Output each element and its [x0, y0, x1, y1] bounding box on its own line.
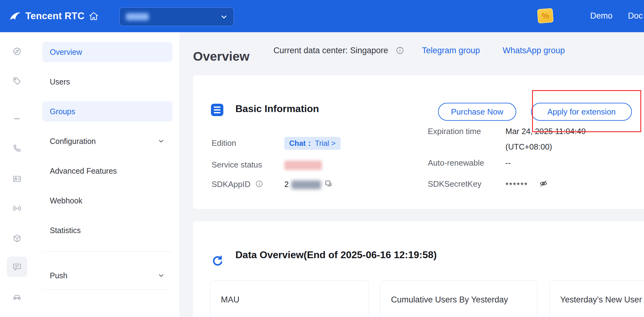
tag-icon[interactable]: [7, 71, 27, 91]
sidebar-item-label: Statistics: [50, 226, 81, 235]
sidebar-item-label: Groups: [50, 107, 75, 116]
edition-badge[interactable]: Chat： Trial >: [284, 137, 341, 150]
icon-rail: [0, 32, 35, 317]
cube-icon[interactable]: [7, 228, 27, 249]
tencent-rtc-console: Tencent RTC % Demo Doc: [0, 0, 644, 317]
stat-card-title: Cumulative Users By Yesterday: [391, 295, 508, 305]
brand-name: Tencent RTC: [25, 11, 84, 22]
basic-information-title: Basic Information: [235, 103, 319, 115]
sidebar-item-groups[interactable]: Groups: [42, 101, 172, 122]
sdksecretkey-label: SDKSecretKey: [428, 179, 481, 189]
sdkappid-label: SDKAppID: [212, 180, 251, 189]
auto-renewable-value: --: [505, 158, 511, 168]
sidebar-item-configuration[interactable]: Configuration: [42, 131, 172, 151]
tencent-rtc-logo-icon: [9, 11, 21, 21]
service-status-redacted-value: [284, 161, 322, 170]
sidebar-item-statistics[interactable]: Statistics: [42, 220, 172, 241]
sdkappid-redacted-value: [291, 180, 321, 189]
broadcast-icon[interactable]: [7, 198, 27, 219]
contact-card-icon[interactable]: [7, 169, 27, 189]
sidebar-item-webhook[interactable]: Webhook: [42, 190, 172, 211]
chevron-down-icon: [157, 137, 165, 145]
main-content: Overview Current data center: Singapore …: [179, 32, 644, 317]
edition-badge-plan-link: Trial >: [315, 139, 335, 148]
eye-off-icon[interactable]: [539, 179, 548, 188]
annotation-highlight-red-box: [532, 90, 641, 132]
demo-link[interactable]: Demo: [590, 11, 612, 21]
edition-badge-product: Chat：: [289, 138, 313, 148]
sidebar-item-label: Advanced Features: [50, 167, 117, 176]
sidebar-item-label: Webhook: [50, 196, 82, 205]
stat-card-mau: MAU: [210, 280, 369, 317]
expiration-time-value-line2: (UTC+08:00): [505, 142, 552, 152]
sidebar-item-advanced-features[interactable]: Advanced Features: [42, 161, 172, 181]
sidebar-divider: [42, 251, 172, 252]
home-icon[interactable]: [89, 11, 99, 21]
phone-call-icon[interactable]: [7, 138, 27, 158]
service-status-label: Service status: [212, 160, 262, 170]
expiration-time-label: Expiration time: [428, 127, 481, 136]
percent-glyph: %: [541, 11, 549, 21]
car-icon[interactable]: [7, 287, 27, 307]
stat-card-title: MAU: [221, 295, 239, 305]
auto-renewable-label: Auto-renewable: [428, 158, 484, 168]
whatsapp-group-link[interactable]: WhatsApp group: [503, 46, 565, 55]
data-overview-title: Data Overview(End of 2025-06-16 12:19:58…: [235, 249, 437, 261]
page-title: Overview: [193, 49, 249, 64]
compass-icon[interactable]: [7, 41, 27, 62]
document-icon: [211, 104, 223, 116]
data-center-text: Current data center: Singapore: [273, 46, 388, 55]
app-selector-redacted-value: [126, 13, 149, 20]
sidebar-item-label: Configuration: [50, 137, 96, 146]
refresh-icon[interactable]: [212, 255, 224, 267]
sidebar-divider: [42, 289, 172, 290]
app-selector-dropdown[interactable]: [119, 7, 234, 26]
chevron-down-icon: [157, 272, 165, 279]
data-overview-card: Data Overview(End of 2025-06-16 12:19:58…: [193, 221, 644, 317]
sidebar-item-label: Push: [50, 271, 67, 280]
doc-link[interactable]: Doc: [628, 11, 643, 21]
minimized-item-icon[interactable]: [7, 108, 27, 129]
edition-label: Edition: [212, 138, 236, 148]
stat-card-cumulative-users: Cumulative Users By Yesterday: [380, 280, 537, 317]
stat-card-yesterdays-new-users: Yesterday’s New User: [549, 280, 644, 317]
sidebar-item-users[interactable]: Users: [42, 72, 172, 92]
brand[interactable]: Tencent RTC: [9, 0, 99, 32]
sdksecretkey-value: ******: [505, 180, 528, 190]
sdkappid-visible-digit: 2: [284, 180, 289, 189]
sidebar-item-overview[interactable]: Overview: [42, 42, 172, 62]
info-icon[interactable]: [396, 46, 404, 54]
sidebar-item-label: Users: [50, 77, 70, 86]
chevron-down-icon: [220, 13, 228, 21]
topbar: Tencent RTC % Demo Doc: [0, 0, 644, 32]
telegram-group-link[interactable]: Telegram group: [422, 46, 480, 55]
copy-icon[interactable]: [324, 180, 333, 188]
sidebar-item-label: Overview: [50, 48, 82, 57]
sidebar: Overview Users Groups Configuration Adva…: [35, 32, 179, 317]
promotion-ticket-icon[interactable]: %: [537, 8, 553, 23]
stat-card-title: Yesterday’s New User: [560, 295, 642, 305]
chat-icon[interactable]: [7, 257, 27, 277]
info-icon[interactable]: [255, 180, 263, 188]
purchase-now-button[interactable]: Purchase Now: [438, 103, 516, 121]
sidebar-item-push[interactable]: Push: [42, 265, 172, 286]
